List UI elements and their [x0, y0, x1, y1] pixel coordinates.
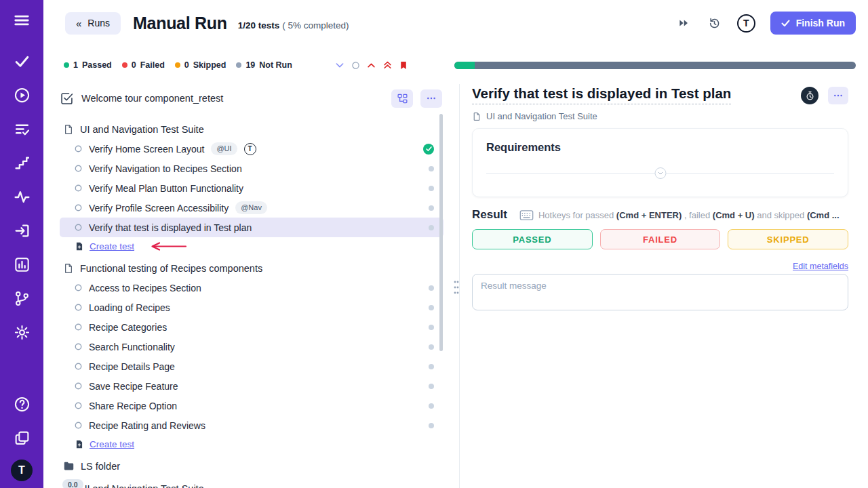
suite-file-icon — [63, 124, 74, 135]
test-plans-icon[interactable] — [9, 117, 34, 141]
menu-icon[interactable] — [9, 8, 34, 33]
test-label: Recipe Rating and Reviews — [89, 420, 205, 431]
sidebar: T — [0, 0, 43, 488]
suite-label: UI and Navigation Test Suite — [80, 483, 204, 488]
result-failed-button[interactable]: FAILED — [600, 229, 721, 249]
suite-row[interactable]: UI and Navigation Test Suite — [60, 119, 453, 139]
partial-badge: 0.0 — [62, 479, 83, 488]
brand-logo[interactable]: T — [737, 14, 755, 33]
chevron-down-icon[interactable] — [334, 60, 345, 70]
import-icon[interactable] — [9, 218, 34, 243]
status-count-skipped: 0Skipped — [175, 60, 226, 70]
test-label: Search Functionality — [89, 342, 175, 352]
run-percent-completed: ( 5% completed) — [282, 20, 349, 30]
help-icon[interactable] — [9, 392, 34, 416]
test-circle-icon — [75, 304, 82, 311]
bookmark-icon[interactable] — [399, 60, 408, 70]
tree-scrollbar[interactable] — [439, 114, 443, 351]
test-row[interactable]: Recipe Categories — [60, 317, 443, 337]
test-row[interactable]: Share Recipe Option — [60, 396, 443, 415]
runs-icon[interactable] — [9, 83, 34, 107]
test-circle-icon — [75, 323, 82, 331]
test-row[interactable]: Verify Meal Plan Button Functionality — [60, 178, 443, 198]
test-row[interactable]: Loading of Recipes — [60, 298, 443, 317]
back-to-runs-button[interactable]: « Runs — [65, 12, 121, 35]
suite-file-icon — [63, 263, 74, 274]
expand-requirements-button[interactable] — [654, 167, 666, 179]
result-message-input[interactable] — [472, 274, 848, 310]
reporter-logo-icon: T — [244, 143, 256, 155]
test-row[interactable]: Recipe Rating and Reviews — [60, 415, 443, 435]
test-label: Save Recipe Feature — [89, 381, 178, 392]
finish-run-button[interactable]: Finish Run — [770, 12, 856, 35]
test-row[interactable]: Search Functionality — [60, 337, 443, 357]
breadcrumb-label: UI and Navigation Test Suite — [486, 111, 597, 121]
requirements-title: Requirements — [486, 141, 834, 154]
suite-row[interactable]: Functional testing of Recipes components — [60, 258, 453, 278]
suite-row[interactable]: UI and Navigation Test Suite — [60, 479, 453, 488]
settings-icon[interactable] — [9, 320, 34, 344]
fast-forward-button[interactable] — [673, 13, 694, 33]
test-row[interactable]: Recipe Details Page — [60, 357, 443, 376]
test-circle-icon — [75, 145, 82, 152]
test-label: Verify Meal Plan Button Functionality — [89, 183, 243, 194]
not-run-status-icon — [429, 225, 434, 230]
not-run-status-icon — [429, 205, 434, 211]
app-window: T « Runs Manual Run 1/20 tests ( 5% comp… — [0, 0, 868, 488]
detail-more-button[interactable] — [828, 87, 848, 104]
run-progress-fill — [454, 62, 475, 69]
test-row[interactable]: Verify that test is displayed in Test pl… — [60, 218, 443, 237]
annotation-arrow-icon — [149, 242, 187, 251]
run-tree-title: Welcome tour component_retest — [81, 93, 223, 104]
status-dot — [64, 62, 69, 68]
edit-metafields-link[interactable]: Edit metafields — [472, 262, 848, 271]
history-button[interactable] — [705, 13, 725, 33]
group-view-button[interactable] — [391, 89, 413, 108]
tag-badge: @UI — [211, 142, 237, 155]
test-title[interactable]: Verify that test is displayed in Test pl… — [472, 85, 731, 104]
page-title: Manual Run — [133, 14, 227, 33]
test-row[interactable]: Verify Home Screen Layout@UIT — [60, 139, 443, 159]
timer-button[interactable] — [801, 87, 818, 104]
status-count-failed: 0Failed — [122, 60, 165, 70]
milestones-icon[interactable] — [9, 150, 34, 175]
create-test-link[interactable]: Create test — [90, 439, 134, 449]
test-tree: UI and Navigation Test SuiteVerify Home … — [60, 119, 453, 488]
test-label: Loading of Recipes — [89, 302, 170, 313]
test-circle-icon — [75, 402, 82, 409]
test-label: Access to Recipes Section — [89, 283, 201, 293]
test-row[interactable]: Save Recipe Feature — [60, 376, 443, 396]
analytics-icon[interactable] — [9, 184, 34, 209]
not-run-status-icon — [429, 344, 434, 350]
projects-icon[interactable] — [9, 426, 34, 450]
test-row[interactable]: Verify Navigation to Recipes Section — [60, 159, 443, 178]
not-run-status-icon — [429, 423, 434, 428]
folder-row[interactable]: LS folder — [60, 456, 453, 476]
requirements-card: Requirements — [472, 128, 848, 197]
check-icon — [781, 20, 790, 27]
test-row[interactable]: Access to Recipes Section — [60, 278, 443, 298]
back-to-runs-label: Runs — [87, 18, 110, 28]
create-test-link[interactable]: Create test — [90, 241, 134, 251]
create-test-icon — [75, 439, 84, 449]
content: Welcome tour component_retest UI and Nav… — [43, 84, 868, 488]
reports-icon[interactable] — [9, 252, 34, 277]
tree-more-button[interactable] — [420, 89, 442, 108]
test-circle-icon — [75, 184, 82, 192]
test-label: Verify Profile Screen Accessibility — [89, 203, 229, 214]
panel-splitter[interactable] — [453, 84, 460, 488]
result-skipped-button[interactable]: SKIPPED — [728, 229, 848, 249]
branches-icon[interactable] — [9, 286, 34, 310]
test-row[interactable]: Verify Profile Screen Accessibility@Nav — [60, 198, 443, 218]
passed-tests-icon[interactable] — [9, 49, 34, 73]
jump-first-failed-icon[interactable] — [382, 60, 393, 70]
app-logo[interactable]: T — [11, 460, 33, 481]
breadcrumb[interactable]: UI and Navigation Test Suite — [472, 111, 848, 121]
hotkeys-text: Hotkeys for passed (Cmd + ENTER) , faile… — [538, 210, 848, 220]
circle-marker-icon[interactable] — [351, 61, 360, 70]
create-test-row: Create test — [60, 237, 453, 256]
jump-previous-failed-icon[interactable] — [366, 60, 376, 70]
tree-panel-header: Welcome tour component_retest — [60, 85, 453, 111]
tag-badge: @Nav — [235, 201, 267, 214]
result-passed-button[interactable]: PASSED — [472, 229, 593, 249]
